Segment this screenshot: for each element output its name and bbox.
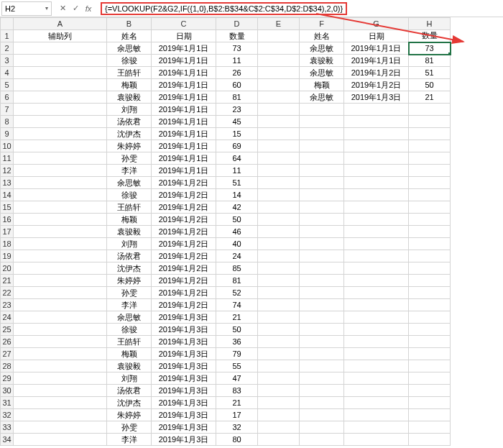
cell[interactable] [14, 128, 107, 140]
row-header[interactable]: 16 [1, 214, 14, 226]
cell[interactable] [344, 434, 409, 446]
cell[interactable]: 2019年1月1日 [152, 165, 216, 177]
cell[interactable] [14, 336, 107, 348]
cell[interactable]: 2019年1月3日 [152, 311, 216, 324]
cell[interactable] [300, 262, 344, 275]
cell[interactable] [344, 262, 409, 275]
cell[interactable]: 11 [216, 165, 258, 177]
cell[interactable]: 52 [216, 287, 258, 299]
cell[interactable]: 73 [216, 42, 258, 55]
row-header[interactable]: 24 [1, 311, 14, 324]
cell[interactable] [300, 214, 344, 226]
cell[interactable] [344, 165, 409, 177]
cell[interactable] [258, 67, 300, 79]
cell[interactable] [258, 201, 300, 214]
cell[interactable]: 孙雯 [107, 421, 152, 434]
row-header[interactable]: 22 [1, 287, 14, 299]
cell[interactable] [258, 152, 300, 165]
cell[interactable]: 王皓轩 [107, 67, 152, 79]
row-header[interactable]: 5 [1, 79, 14, 91]
cell[interactable]: 袁骏毅 [107, 360, 152, 372]
cell[interactable]: 42 [216, 201, 258, 214]
cell[interactable]: 2019年1月1日 [152, 152, 216, 165]
cell[interactable] [409, 250, 451, 262]
cell[interactable]: 17 [216, 409, 258, 421]
cell[interactable] [300, 104, 344, 116]
cell[interactable]: 2019年1月2日 [344, 79, 409, 91]
cell[interactable] [344, 189, 409, 201]
cell[interactable]: 2019年1月3日 [152, 336, 216, 348]
cell[interactable] [344, 214, 409, 226]
cell[interactable]: 梅颖 [300, 79, 344, 91]
row-header[interactable]: 12 [1, 165, 14, 177]
row-header[interactable]: 7 [1, 104, 14, 116]
row-header[interactable]: 4 [1, 67, 14, 79]
cell[interactable]: 日期 [344, 30, 409, 42]
cell[interactable] [300, 152, 344, 165]
row-header[interactable]: 30 [1, 385, 14, 397]
cell[interactable] [409, 165, 451, 177]
cancel-icon[interactable]: ✕ [57, 4, 68, 13]
cell[interactable]: 83 [216, 385, 258, 397]
cell[interactable]: 81 [216, 91, 258, 104]
cell[interactable] [300, 336, 344, 348]
cell[interactable]: 69 [216, 140, 258, 152]
selected-cell[interactable]: 73 [409, 42, 451, 55]
cell[interactable]: 2019年1月1日 [152, 116, 216, 128]
row-header[interactable]: 23 [1, 299, 14, 311]
cell[interactable] [344, 275, 409, 287]
cell[interactable]: 50 [409, 79, 451, 91]
cell[interactable] [344, 250, 409, 262]
cell[interactable]: 徐骏 [107, 189, 152, 201]
cell[interactable]: 2019年1月1日 [344, 55, 409, 67]
cell[interactable]: 14 [216, 189, 258, 201]
cell[interactable] [258, 421, 300, 434]
cell[interactable] [258, 262, 300, 275]
cell[interactable] [344, 128, 409, 140]
cell[interactable] [258, 177, 300, 189]
cell[interactable]: 姓名 [107, 30, 152, 42]
row-header[interactable]: 21 [1, 275, 14, 287]
cell[interactable] [258, 79, 300, 91]
cell[interactable]: 2019年1月3日 [152, 372, 216, 385]
cell[interactable] [300, 189, 344, 201]
cell[interactable]: 2019年1月1日 [152, 42, 216, 55]
cell[interactable]: 2019年1月2日 [152, 177, 216, 189]
cell[interactable] [14, 79, 107, 91]
cell[interactable] [344, 201, 409, 214]
formula-input[interactable]: {=VLOOKUP(F2&G2,IF({1,0},B$2:B$34&C$2:C$… [98, 1, 503, 16]
row-header[interactable]: 25 [1, 324, 14, 336]
cell[interactable]: 2019年1月2日 [152, 214, 216, 226]
cell[interactable]: 余思敏 [107, 42, 152, 55]
cell[interactable]: 64 [216, 152, 258, 165]
cell[interactable]: 数量 [216, 30, 258, 42]
cell[interactable] [344, 372, 409, 385]
cell[interactable]: 2019年1月2日 [152, 238, 216, 250]
cell[interactable] [14, 385, 107, 397]
cell[interactable]: 2019年1月1日 [152, 104, 216, 116]
cell[interactable]: 徐骏 [107, 55, 152, 67]
cell[interactable]: 2019年1月2日 [152, 299, 216, 311]
col-header-B[interactable]: B [107, 18, 152, 30]
row-header[interactable]: 2 [1, 42, 14, 55]
row-header[interactable]: 34 [1, 434, 14, 446]
cell[interactable]: 2019年1月1日 [152, 91, 216, 104]
cell[interactable] [409, 324, 451, 336]
cell[interactable] [344, 140, 409, 152]
cell[interactable] [409, 262, 451, 275]
cell[interactable]: 2019年1月1日 [152, 79, 216, 91]
cell[interactable] [14, 140, 107, 152]
cell[interactable] [14, 360, 107, 372]
cell[interactable]: 2019年1月1日 [152, 55, 216, 67]
cell[interactable]: 51 [409, 67, 451, 79]
cell[interactable] [344, 324, 409, 336]
cell[interactable]: 81 [216, 275, 258, 287]
cell[interactable]: 2019年1月2日 [152, 201, 216, 214]
cell[interactable] [300, 397, 344, 409]
cell[interactable] [258, 409, 300, 421]
cell[interactable]: 日期 [152, 30, 216, 42]
cell[interactable] [14, 104, 107, 116]
cell[interactable]: 余思敏 [107, 177, 152, 189]
cell[interactable] [258, 385, 300, 397]
cell[interactable]: 刘翔 [107, 104, 152, 116]
